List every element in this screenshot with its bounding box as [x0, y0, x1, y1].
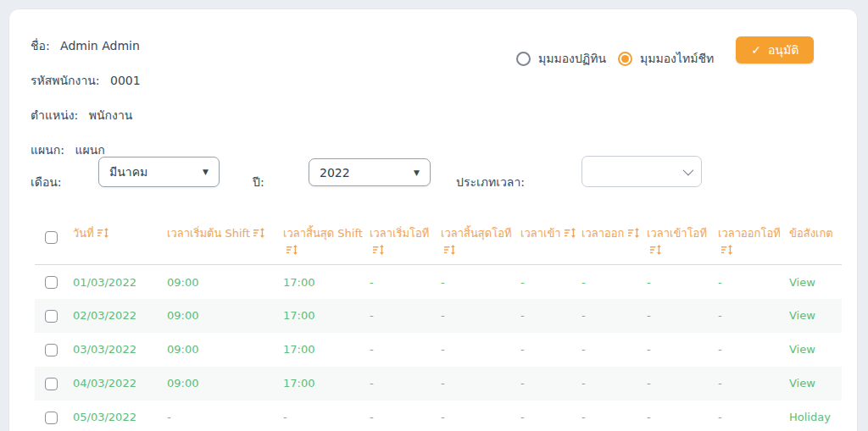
cell-shift_end: 17:00	[283, 299, 370, 333]
row-checkbox-cell	[35, 299, 73, 333]
cell-ot_end: -	[441, 401, 520, 431]
row-checkbox[interactable]	[45, 276, 58, 289]
sort-icon	[444, 245, 455, 255]
select-all-header-cell	[35, 215, 73, 265]
month-select[interactable]: มีนาคม ▼	[98, 157, 220, 187]
cell-ot_start: -	[370, 367, 441, 401]
approve-button[interactable]: ✓ อนุมัติ	[736, 36, 814, 64]
year-select-value: 2022	[320, 166, 409, 180]
timesheet-card: ชื่อ: Admin Admin รหัสพนักงาน: 0001 ตำแห…	[8, 8, 858, 431]
column-header-clock_in[interactable]: เวลาเข้า	[520, 215, 581, 265]
employee-info: ชื่อ: Admin Admin รหัสพนักงาน: 0001 ตำแห…	[31, 36, 141, 175]
column-header-label: เวลาสิ้นสุดโอที	[441, 227, 512, 240]
cell-shift_start: 09:00	[167, 299, 283, 333]
row-checkbox-cell	[35, 401, 73, 431]
employee-id-row: รหัสพนักงาน: 0001	[31, 71, 141, 90]
row-checkbox[interactable]	[45, 412, 58, 424]
cell-ot_out: -	[718, 401, 789, 431]
cell-ot_out: -	[718, 367, 789, 401]
employee-id-value: 0001	[110, 74, 141, 87]
cell-clock_out: -	[581, 265, 647, 299]
approve-button-label: อนุมัติ	[768, 41, 798, 59]
sort-icon	[253, 228, 264, 238]
check-icon: ✓	[751, 43, 761, 57]
sort-icon	[721, 245, 732, 255]
column-header-shift_start[interactable]: เวลาเริ่มต้น Shift	[167, 215, 283, 265]
cell-ot_in: -	[647, 265, 718, 299]
column-header-label: เวลาเข้าโอที	[647, 227, 707, 240]
employee-position-row: ตำแหน่ง: พนักงาน	[31, 106, 141, 124]
column-header-label: เวลาเข้า	[520, 227, 561, 240]
table-row: 03/03/202209:0017:00------View	[35, 333, 842, 367]
cell-clock_in: -	[520, 367, 581, 401]
view-link[interactable]: View	[789, 367, 842, 401]
time-type-filter-label: ประเภทเวลา:	[456, 173, 525, 191]
employee-position-label: ตำแหน่ง:	[31, 108, 78, 122]
sort-icon	[565, 228, 576, 238]
cell-shift_start: 09:00	[167, 265, 283, 299]
view-link[interactable]: View	[789, 333, 842, 367]
employee-name-value: Admin Admin	[60, 39, 140, 52]
row-checkbox[interactable]	[45, 378, 58, 390]
column-header-clock_out[interactable]: เวลาออก	[581, 215, 647, 265]
radio-calendar-view[interactable]: มุมมองปฏิทิน	[516, 49, 606, 68]
row-checkbox-cell	[35, 367, 73, 401]
sort-icon	[97, 228, 108, 238]
view-link[interactable]: View	[789, 299, 842, 333]
radio-timesheet-view[interactable]: มุมมองไทม์ชีท	[618, 49, 714, 68]
remark-status: Holiday	[789, 401, 842, 431]
select-all-checkbox[interactable]	[45, 231, 58, 244]
cell-date: 01/03/2022	[73, 265, 167, 299]
cell-shift_end: 17:00	[283, 333, 370, 367]
row-checkbox-cell	[35, 333, 73, 367]
column-header-ot_end[interactable]: เวลาสิ้นสุดโอที	[441, 215, 520, 265]
cell-clock_in: -	[520, 299, 581, 333]
table-row: 01/03/202209:0017:00------View	[35, 265, 842, 299]
cell-ot_in: -	[647, 299, 718, 333]
column-header-ot_in[interactable]: เวลาเข้าโอที	[647, 215, 718, 265]
view-link[interactable]: View	[789, 265, 842, 299]
cell-ot_out: -	[718, 265, 789, 299]
cell-shift_end: 17:00	[283, 367, 370, 401]
cell-clock_out: -	[581, 367, 647, 401]
cell-ot_in: -	[647, 401, 718, 431]
column-header-label: เวลาออก	[581, 227, 625, 240]
column-header-ot_start[interactable]: เวลาเริ่มโอที	[370, 215, 441, 265]
row-checkbox[interactable]	[45, 310, 58, 323]
employee-name-row: ชื่อ: Admin Admin	[31, 36, 141, 55]
cell-ot_out: -	[718, 333, 789, 367]
cell-date: 04/03/2022	[73, 367, 167, 401]
cell-shift_start: -	[167, 401, 283, 431]
row-checkbox[interactable]	[45, 344, 58, 356]
radio-timesheet-view-label: มุมมองไทม์ชีท	[640, 49, 714, 68]
column-header-date[interactable]: วันที่	[73, 215, 167, 265]
caret-down-icon: ▼	[414, 169, 420, 177]
cell-ot_start: -	[370, 299, 441, 333]
cell-ot_out: -	[718, 299, 789, 333]
year-select[interactable]: 2022 ▼	[309, 158, 431, 186]
cell-shift_end: -	[283, 401, 370, 431]
sort-icon	[287, 245, 298, 255]
column-header-label: เวลาออกโอที	[718, 227, 781, 240]
cell-shift_end: 17:00	[283, 265, 370, 299]
cell-ot_start: -	[370, 265, 441, 299]
sort-icon	[628, 228, 639, 238]
cell-ot_start: -	[370, 333, 441, 367]
column-header-shift_end[interactable]: เวลาสิ้นสุด Shift	[283, 215, 370, 265]
cell-ot_end: -	[441, 367, 520, 401]
cell-date: 05/03/2022	[73, 401, 167, 431]
employee-position-value: พนักงาน	[89, 108, 133, 122]
radio-unselected-icon	[516, 52, 531, 66]
column-header-ot_out[interactable]: เวลาออกโอที	[718, 215, 789, 265]
column-header-label: ข้อสังเกต	[789, 227, 833, 240]
column-header-label: เวลาเริ่มต้น Shift	[167, 227, 250, 240]
table-row: 04/03/202209:0017:00------View	[35, 367, 842, 401]
year-filter-label: ปี:	[253, 173, 264, 191]
employee-name-label: ชื่อ:	[31, 39, 50, 52]
time-type-select[interactable]	[581, 156, 702, 187]
column-header-label: เวลาเริ่มโอที	[370, 227, 429, 240]
radio-calendar-view-label: มุมมองปฏิทิน	[538, 49, 606, 68]
cell-ot_start: -	[370, 401, 441, 431]
caret-down-icon: ▼	[203, 168, 209, 176]
view-toggle-group: มุมมองปฏิทิน มุมมองไทม์ชีท ✓ อนุมัติ	[516, 32, 814, 68]
